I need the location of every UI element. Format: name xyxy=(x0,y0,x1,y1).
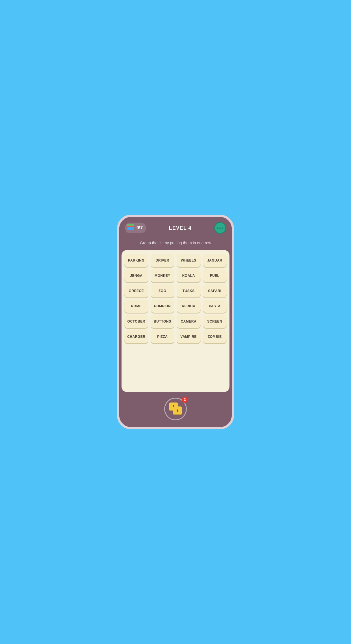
tile-wheels[interactable]: WHEELS xyxy=(177,254,201,267)
score-badge: 0\7 xyxy=(125,223,146,233)
tile-jenga[interactable]: JENGA xyxy=(124,269,148,282)
tile-camera[interactable]: CAMERA xyxy=(177,315,201,328)
tile-greece[interactable]: GREECE xyxy=(124,284,148,297)
tile-pasta[interactable]: PASTA xyxy=(203,300,227,313)
tile-safari[interactable]: SAFARI xyxy=(203,284,227,297)
phone-frame: 0\7 LEVEL 4 Group the tile by putting th… xyxy=(117,215,234,429)
tile-grid: PARKINGDRIVERWHEELSJAGUARJENGAMONKEYKOAL… xyxy=(124,254,227,343)
level-title: LEVEL 4 xyxy=(169,225,192,231)
tile-zoo[interactable]: ZOO xyxy=(151,284,175,297)
tiles-stack: 1 2 xyxy=(169,402,182,415)
score-text: 0\7 xyxy=(136,225,143,230)
tile-rome[interactable]: ROME xyxy=(124,300,148,313)
tile-tusks[interactable]: TUSKS xyxy=(177,284,201,297)
menu-button[interactable] xyxy=(214,222,226,234)
tile-vampire[interactable]: VAMPIRE xyxy=(177,330,201,343)
tile-africa[interactable]: AFRICA xyxy=(177,300,201,313)
tile-pizza[interactable]: PIZZA xyxy=(151,330,175,343)
counter-widget: 3 1 2 xyxy=(164,398,187,420)
tile-fuel[interactable]: FUEL xyxy=(203,269,227,282)
dot-3 xyxy=(222,227,223,229)
tile-buttons[interactable]: BUTTONS xyxy=(151,315,175,328)
tile-monkey[interactable]: MONKEY xyxy=(151,269,175,282)
bottom-area: 3 1 2 xyxy=(119,392,232,427)
tile-pumpkin[interactable]: PUMPKIN xyxy=(151,300,175,313)
notification-badge: 3 xyxy=(182,397,188,403)
tile-parking[interactable]: PARKING xyxy=(124,254,148,267)
tile-charger[interactable]: CHARGER xyxy=(124,330,148,343)
dot-2 xyxy=(219,227,221,229)
mini-tile-2: 2 xyxy=(173,406,182,415)
tile-driver[interactable]: DRIVER xyxy=(151,254,175,267)
tile-screen[interactable]: SCREEN xyxy=(203,315,227,328)
layers-icon xyxy=(127,224,135,232)
subtitle-text: Group the tile by putting them in one ro… xyxy=(119,238,232,250)
header: 0\7 LEVEL 4 xyxy=(119,217,232,238)
tile-zombie[interactable]: ZOMBIE xyxy=(203,330,227,343)
tile-jaguar[interactable]: JAGUAR xyxy=(203,254,227,267)
tile-koala[interactable]: KOALA xyxy=(177,269,201,282)
grid-container: PARKINGDRIVERWHEELSJAGUARJENGAMONKEYKOAL… xyxy=(122,250,229,392)
dot-1 xyxy=(217,227,218,229)
tile-october[interactable]: OCTOBER xyxy=(124,315,148,328)
